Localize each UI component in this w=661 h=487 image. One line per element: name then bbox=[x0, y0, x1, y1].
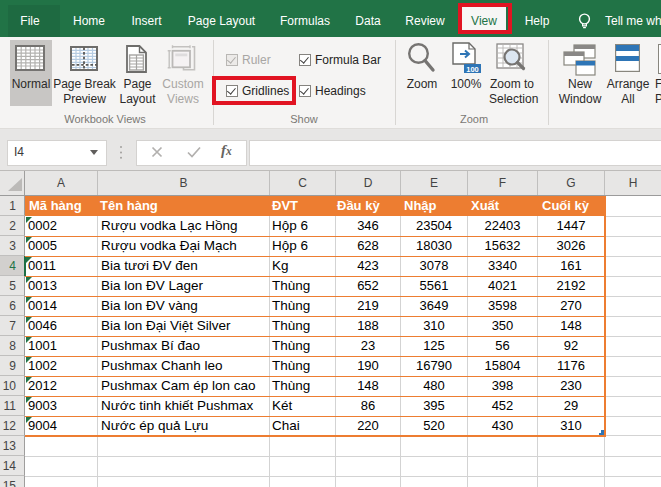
svg-text:100: 100 bbox=[466, 65, 479, 74]
